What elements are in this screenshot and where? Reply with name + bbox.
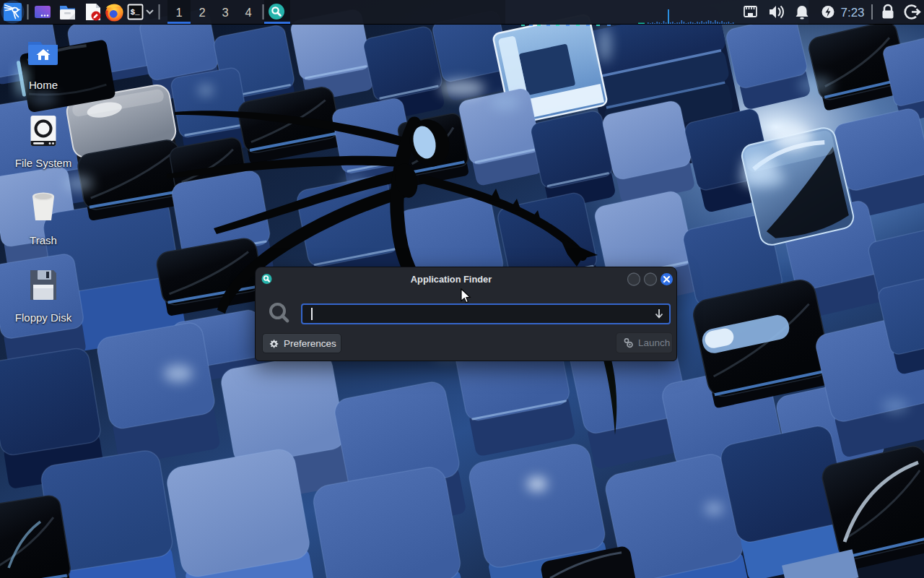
svg-text:$_: $_ bbox=[131, 8, 141, 17]
svg-text:Application Finder: Application Finder bbox=[411, 274, 492, 285]
svg-text:7:23: 7:23 bbox=[840, 6, 864, 20]
svg-text:4: 4 bbox=[245, 6, 251, 19]
svg-text:2: 2 bbox=[199, 6, 205, 19]
svg-text:1: 1 bbox=[175, 6, 182, 19]
svg-text:3: 3 bbox=[222, 6, 228, 19]
